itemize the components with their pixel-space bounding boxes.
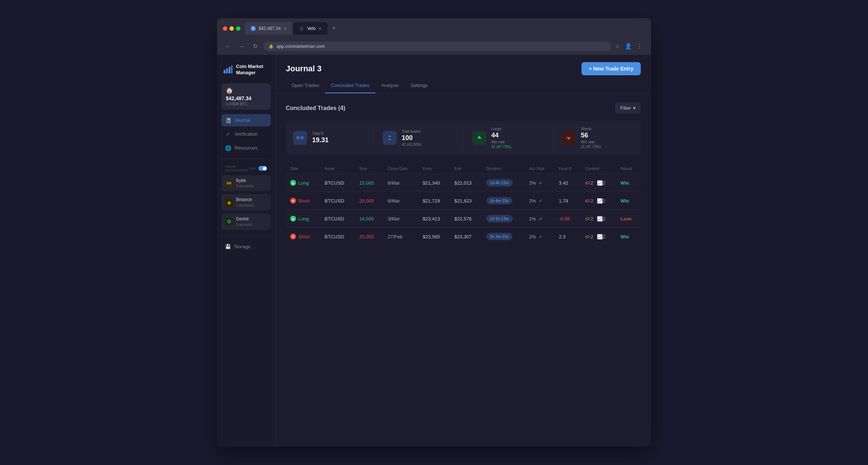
col-size: Size bbox=[355, 163, 384, 174]
svg-rect-1 bbox=[226, 68, 228, 73]
main-tabs: Open Trades Concluded Trades Analysis Se… bbox=[276, 75, 651, 94]
cell-size: 15,000 bbox=[355, 174, 384, 192]
browser-addressbar: ← → ↻ 🔒 app.coinmarketman.com ☆ 👤 ⋮ bbox=[223, 38, 645, 55]
rr-icon: R:R bbox=[293, 131, 307, 145]
back-button[interactable]: ← bbox=[223, 42, 233, 51]
col-side: Side bbox=[286, 163, 320, 174]
bookmark-icon[interactable]: ☆ bbox=[615, 43, 620, 50]
trades-table: Side Asset Size Close Date Entry Exit Du… bbox=[286, 163, 641, 245]
minimize-button[interactable] bbox=[229, 26, 234, 31]
sidebar-item-storage[interactable]: 💾 Storage bbox=[221, 241, 271, 253]
tab-close-2[interactable]: × bbox=[319, 26, 322, 31]
col-asset: Asset bbox=[320, 163, 355, 174]
browser-titlebar: ₿ $42,487.34 × V Velo × + bbox=[223, 22, 645, 35]
shorts-icon bbox=[562, 131, 576, 145]
shorts-value: 56 bbox=[581, 132, 633, 139]
cell-content: 🏷2 📈2 bbox=[581, 228, 616, 246]
cell-result: Lose bbox=[616, 210, 641, 228]
cell-acc-risk: 2% ✓ bbox=[525, 174, 555, 192]
new-tab-button[interactable]: + bbox=[328, 22, 340, 35]
tab-settings[interactable]: Settings bbox=[405, 80, 434, 93]
sidebar-item-resources[interactable]: 🌐 Resources bbox=[221, 142, 271, 154]
trades-sub: 42 (42.00%) bbox=[402, 143, 454, 147]
side-label: Long bbox=[298, 216, 309, 222]
main-header: Journal 3 + New Trade Entry bbox=[276, 55, 651, 75]
profile-icon[interactable]: 👤 bbox=[625, 43, 632, 50]
tab-open-trades[interactable]: Open Trades bbox=[286, 80, 325, 93]
sidebar-item-verification[interactable]: ✓ Verification bbox=[221, 128, 271, 140]
side-indicator: ▲ bbox=[290, 180, 296, 186]
longs-winrate-label: Longs bbox=[491, 127, 544, 131]
sidebar-item-journal[interactable]: 📓 Journal bbox=[221, 114, 271, 126]
cell-size: 20,000 bbox=[355, 192, 384, 210]
url-text: app.coinmarketman.com bbox=[277, 44, 325, 49]
exchange-deribit[interactable]: ⚙ Deribit 1 account bbox=[221, 213, 271, 230]
stat-shorts: Shorts 56 Win rate 21 (47.73%) bbox=[553, 127, 633, 149]
cell-exit: $22,013 bbox=[450, 174, 482, 192]
cell-side: ▼ Short bbox=[286, 228, 320, 246]
col-exit: Exit bbox=[450, 163, 482, 174]
cell-close-date: 27/Feb bbox=[383, 228, 418, 246]
logo-text: Coin Market Manager bbox=[236, 64, 269, 76]
sidebar-label-journal: Journal bbox=[235, 117, 250, 123]
logo-icon bbox=[223, 65, 233, 75]
cell-asset: BTCUSD bbox=[320, 228, 355, 246]
fav-toggle-switch[interactable] bbox=[258, 166, 267, 171]
close-button[interactable] bbox=[223, 26, 227, 31]
main-content: Journal 3 + New Trade Entry Open Trades … bbox=[276, 55, 651, 447]
cell-result: Win bbox=[616, 192, 641, 210]
menu-icon[interactable]: ⋮ bbox=[636, 43, 642, 50]
portfolio-value: $42,487.34 bbox=[226, 95, 266, 101]
app-layout: Coin Market Manager 🏠 $42,487.34 1.24939… bbox=[217, 55, 651, 447]
cell-size: 14,500 bbox=[355, 210, 384, 228]
cell-entry: $23,560 bbox=[418, 228, 450, 246]
exchange-bybit[interactable]: BB Bybit 3 accounts bbox=[221, 175, 271, 192]
deribit-info: Deribit 1 account bbox=[236, 216, 252, 227]
bybit-info: Bybit 3 accounts bbox=[236, 178, 254, 189]
section-header: Concluded Trades (4) Filter ▾ bbox=[286, 102, 641, 114]
side-indicator: ▼ bbox=[290, 234, 296, 239]
cell-side: ▲ Long bbox=[286, 174, 320, 192]
rr-details: Total R 19.31 bbox=[312, 132, 365, 144]
portfolio-card[interactable]: 🏠 $42,487.34 1.24939 BTC bbox=[221, 83, 271, 110]
stat-trades: Total trades 100 42 (42.00%) bbox=[374, 129, 454, 147]
side-label: Long bbox=[298, 180, 309, 186]
exchange-binance[interactable]: ◈ Binance 3 accounts bbox=[221, 194, 271, 211]
reload-button[interactable]: ↻ bbox=[251, 41, 260, 51]
fav-toggle[interactable]: FAV bbox=[249, 166, 267, 171]
browser-actions: ☆ 👤 ⋮ bbox=[615, 43, 645, 50]
trades-value: 100 bbox=[402, 134, 454, 142]
filter-button[interactable]: Filter ▾ bbox=[615, 102, 641, 114]
address-bar[interactable]: 🔒 app.coinmarketman.com bbox=[263, 42, 611, 51]
table-header: Side Asset Size Close Date Entry Exit Du… bbox=[286, 163, 641, 174]
tab-concluded-trades[interactable]: Concluded Trades bbox=[325, 80, 375, 93]
table-row[interactable]: ▲ Long BTCUSD 15,000 8/Mar $21,340 $22,0… bbox=[286, 174, 641, 192]
table-row[interactable]: ▼ Short BTCUSD 20,000 6/Mar $21,729 $21,… bbox=[286, 192, 641, 210]
cell-final-r: 3.42 bbox=[554, 174, 581, 192]
shorts-winrate: 21 (47.73%) bbox=[581, 145, 633, 149]
tab-analysis[interactable]: Analysis bbox=[375, 80, 405, 93]
chevron-down-icon: ▾ bbox=[633, 105, 636, 111]
binance-icon: ◈ bbox=[225, 199, 233, 207]
maximize-button[interactable] bbox=[236, 26, 240, 31]
cell-side: ▼ Short bbox=[286, 192, 320, 210]
browser-window: ₿ $42,487.34 × V Velo × + ← → ↻ 🔒 app.co… bbox=[217, 18, 651, 447]
sidebar-divider-2 bbox=[221, 236, 271, 236]
browser-tab-2[interactable]: V Velo × bbox=[293, 22, 328, 35]
browser-tab-1[interactable]: ₿ $42,487.34 × bbox=[245, 22, 292, 35]
side-indicator: ▼ bbox=[290, 198, 296, 204]
table-row[interactable]: ▲ Long BTCUSD 14,500 3/Mar $23,413 $22,5… bbox=[286, 210, 641, 228]
longs-value: 44 bbox=[491, 132, 544, 139]
trades-icon bbox=[383, 131, 397, 145]
table-row[interactable]: ▼ Short BTCUSD 25,000 27/Feb $23,560 $23… bbox=[286, 228, 641, 246]
trades-label: Total trades bbox=[402, 129, 454, 133]
cell-content: 🏷2 📈2 bbox=[581, 192, 616, 210]
tab-close-1[interactable]: × bbox=[284, 26, 287, 31]
cell-entry: $23,413 bbox=[418, 210, 450, 228]
forward-button[interactable]: → bbox=[237, 42, 247, 51]
storage-icon: 💾 bbox=[225, 244, 231, 249]
cell-duration: 1d 4h 23m bbox=[482, 174, 525, 192]
new-trade-button[interactable]: + New Trade Entry bbox=[581, 62, 641, 75]
cell-acc-risk: 1% ✓ bbox=[525, 210, 555, 228]
longs-winrate-label-2: Win rate bbox=[491, 140, 544, 144]
